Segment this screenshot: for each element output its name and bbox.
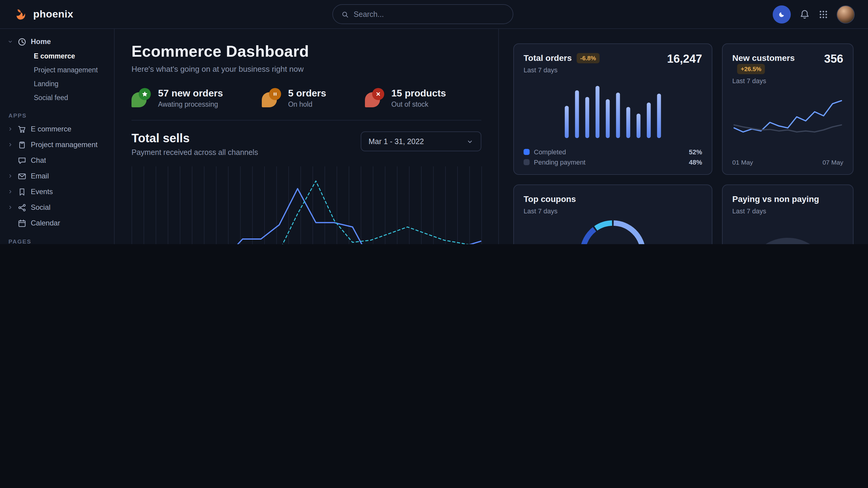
- legend-item: Completed 52%: [524, 148, 702, 156]
- new-customers-card: New customers+26.5% Last 7 days 356 01 M…: [722, 43, 854, 175]
- card-period: Last 7 days: [732, 207, 819, 215]
- axis-label-start: 01 May: [732, 159, 753, 166]
- stat-value: 15 products: [392, 88, 446, 99]
- legend-label: Completed: [534, 148, 566, 156]
- top-coupons-chart: 72%: [524, 215, 702, 244]
- search-icon: [342, 10, 349, 18]
- stat-awating-processing: 57 new orders Awating processing: [131, 88, 223, 108]
- app: phoenix HomeE commerceProject management…: [0, 0, 868, 244]
- sidebar: HomeE commerceProject managementLandingS…: [0, 29, 115, 244]
- caret-down-icon: [7, 39, 13, 44]
- legend-value: 52%: [689, 148, 702, 156]
- star-status-icon: [131, 88, 151, 107]
- card-title: Top coupons: [524, 194, 576, 204]
- date-range-select[interactable]: Mar 1 - 31, 2022: [361, 131, 482, 151]
- brand-name: phoenix: [33, 8, 73, 20]
- legend-item: Pending payment 48%: [524, 159, 702, 166]
- sidebar-item-project-management[interactable]: Project management: [0, 137, 114, 153]
- x-status-icon: [365, 88, 384, 107]
- stat-label: On hold: [288, 101, 326, 108]
- theme-toggle-button[interactable]: [773, 5, 791, 23]
- card-period: Last 7 days: [732, 77, 824, 85]
- topbar-actions: [773, 5, 855, 23]
- pause-status-icon: [261, 88, 281, 107]
- sidebar-item-calendar[interactable]: Calendar: [0, 215, 114, 231]
- dashboard-top-section: Ecommerce Dashboard Here's what's going …: [115, 29, 868, 244]
- card-title: Total orders: [524, 53, 572, 63]
- trend-badge: +26.5%: [737, 64, 765, 74]
- global-search[interactable]: [333, 4, 514, 24]
- legend-swatch: [524, 149, 530, 155]
- sidebar-item-chat[interactable]: Chat: [0, 153, 114, 168]
- trend-badge: -6.8%: [577, 53, 599, 63]
- email-icon: [18, 171, 27, 181]
- sidebar-item-social-feed[interactable]: Social feed: [0, 91, 114, 105]
- bookmark-icon: [18, 187, 27, 196]
- legend-label: Pending payment: [534, 159, 585, 166]
- caret-right-icon: [7, 173, 13, 179]
- notifications-button[interactable]: [799, 9, 810, 20]
- total-orders-chart: [524, 73, 702, 145]
- search-input[interactable]: [354, 10, 504, 19]
- donut-center-value: 72%: [579, 219, 647, 244]
- paying-card: Paying vs non paying Last 7 days Paying …: [722, 185, 854, 244]
- caret-right-icon: [7, 142, 13, 148]
- date-range-value: Mar 1 - 31, 2022: [369, 137, 424, 145]
- sidebar-item-email[interactable]: Email: [0, 168, 114, 184]
- total-sells-title: Total sells: [131, 131, 258, 145]
- sidebar-section-title: APPS: [8, 112, 114, 119]
- sidebar-item-e-commerce[interactable]: E commerce: [0, 121, 114, 137]
- total-sells-chart: 01 May15 May30 May: [131, 165, 482, 244]
- grid-icon: [818, 9, 828, 19]
- main-content: Ecommerce Dashboard Here's what's going …: [115, 29, 868, 244]
- card-title: New customers: [732, 53, 795, 63]
- user-avatar[interactable]: [837, 5, 855, 23]
- spacer: [7, 220, 13, 226]
- caret-right-icon: [7, 189, 13, 195]
- caret-right-icon: [7, 204, 13, 210]
- stat-on-hold: 5 orders On hold: [261, 88, 326, 108]
- sidebar-item-home[interactable]: Home: [0, 34, 114, 50]
- caret-right-icon: [7, 126, 13, 132]
- clock-icon: [18, 37, 27, 46]
- stat-label: Out of stock: [392, 101, 446, 108]
- sidebar-item-project-management[interactable]: Project management: [0, 63, 114, 77]
- phoenix-logo: [13, 7, 28, 22]
- page-title: Ecommerce Dashboard: [131, 42, 482, 61]
- sidebar-item-landing[interactable]: Landing: [0, 77, 114, 91]
- page-subtitle: Here's what's going on at your business …: [131, 65, 482, 73]
- topbar: phoenix: [0, 0, 868, 29]
- legend-value: 48%: [689, 159, 702, 166]
- sidebar-item-e-commerce[interactable]: E commerce: [0, 50, 114, 63]
- stat-value: 5 orders: [288, 88, 326, 99]
- stat-label: Awating processing: [158, 101, 223, 108]
- new-customers-value: 356: [824, 53, 843, 66]
- brand[interactable]: phoenix: [13, 7, 73, 22]
- stats-row: 57 new orders Awating processing 5 order…: [131, 88, 482, 121]
- sidebar-nav: HomeE commerceProject managementLandingS…: [0, 29, 114, 244]
- spacer: [7, 157, 13, 163]
- stat-out-of-stock: 15 products Out of stock: [365, 88, 446, 108]
- card-period: Last 7 days: [524, 66, 599, 73]
- apps-grid-button[interactable]: [818, 9, 828, 19]
- total-orders-legend: Completed 52% Pending payment 48%: [524, 148, 702, 166]
- total-sells-subtitle: Payment received across all channels: [131, 148, 258, 157]
- sidebar-item-social[interactable]: Social: [0, 199, 114, 215]
- card-title: Paying vs non paying: [732, 194, 819, 204]
- legend-swatch: [524, 159, 530, 165]
- axis-label-end: 07 May: [823, 159, 843, 166]
- moon-icon: [778, 10, 785, 18]
- sidebar-section-title: PAGES: [8, 238, 114, 244]
- bell-icon: [799, 9, 810, 20]
- sidebar-item-events[interactable]: Events: [0, 184, 114, 199]
- clipboard-icon: [18, 140, 27, 149]
- total-orders-card: Total orders-6.8% Last 7 days 16,247 Com…: [513, 43, 712, 175]
- total-orders-value: 16,247: [667, 53, 702, 66]
- cart-icon: [18, 125, 27, 133]
- card-period: Last 7 days: [524, 207, 576, 215]
- calendar-icon: [18, 219, 27, 228]
- share-icon: [18, 203, 27, 212]
- new-customers-chart: [732, 85, 843, 157]
- stat-value: 57 new orders: [158, 88, 223, 99]
- chevron-down-icon: [466, 138, 473, 145]
